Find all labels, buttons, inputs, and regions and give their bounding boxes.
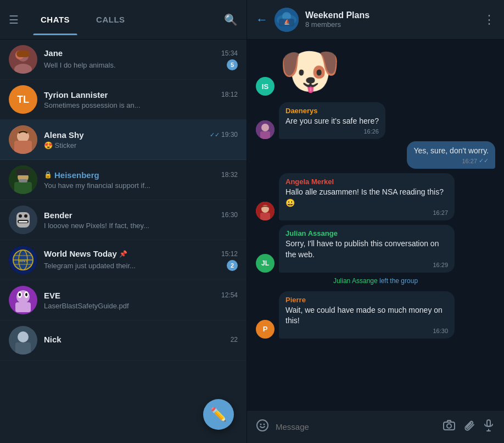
avatar-eve [9,286,37,314]
chat-item-alena[interactable]: Alena Shy ✓✓ 19:30 😍 Sticker [0,120,247,160]
chat-preview-row-eve: LaserBlastSafetyGuide.pdf [44,302,238,310]
chat-name-row-eve: EVE 12:54 [44,291,238,300]
chat-preview-heisenberg: You have my financial support if... [44,181,150,190]
badge-worldnews: 2 [227,260,238,271]
chat-item-tyrion[interactable]: TL Tyrion Lannister 18:12 Sometimes poss… [0,80,247,120]
group-name: Weekend Plans [305,10,477,20]
message-text-pierre: Wait, we could have made so much money o… [285,305,448,326]
message-text-angela: Hallo alle zusammen! Is the NSA reading … [285,187,448,208]
chat-name-bender: Bender [44,211,72,220]
chat-name-jane: Jane [44,48,63,58]
message-sender-angela: Angela Merkel [285,178,448,186]
svg-rect-4 [16,51,30,57]
avatar-is: IS [256,77,275,96]
avatar-tyrion: TL [9,85,37,114]
chat-time-worldnews: 15:12 [221,250,238,258]
tab-calls[interactable]: CALLS [83,10,138,29]
compose-fab-button[interactable]: ✏️ [203,399,234,430]
avatar-julian: JL [256,254,275,273]
system-message-highlight: Julian Assange [333,277,378,285]
message-meta-angela: 16:27 [285,209,448,216]
svg-rect-36 [15,342,31,355]
left-header: ☰ CHATS CALLS 🔍 [0,0,247,40]
svg-rect-45 [260,131,270,139]
compose-icon: ✏️ [210,407,227,422]
chat-item-worldnews[interactable]: WNT World News Today 📌 15:12 Telegram ju… [0,240,247,280]
message-input[interactable] [276,422,436,431]
emoji-button[interactable] [256,419,269,435]
chat-item-eve[interactable]: EVE 12:54 LaserBlastSafetyGuide.pdf [0,280,247,320]
message-text-julian: Sorry, I'll have to publish this convers… [285,239,448,260]
right-header: ← ⛵ Weekend Plans 8 members ⋮ [247,0,504,40]
message-meta-pierre: 16:30 [285,328,448,334]
message-sender-daenerys: Daenerys [285,107,379,115]
chat-info-bender: Bender 16:30 I looove new Pixels! If fac… [44,211,238,230]
chat-info-eve: EVE 12:54 LaserBlastSafetyGuide.pdf [44,291,238,310]
message-row-julian: JL Julian Assange Sorry, I'll have to pu… [256,225,495,272]
chat-item-heisenberg[interactable]: 🔒 Heisenberg 18:32 You have my financial… [0,160,247,200]
search-icon[interactable]: 🔍 [224,13,238,26]
chat-name-tyrion: Tyrion Lannister [44,90,108,99]
chat-preview-row-worldnews: Telegram just updated their... 2 [44,260,238,271]
sticker-bubble: 🐶 [279,46,340,96]
message-text-daenerys: Are you sure it's safe here? [285,116,379,127]
chat-preview-jane: Well I do help animals. [44,61,116,69]
left-panel-container: ☰ CHATS CALLS 🔍 [0,0,247,443]
camera-button[interactable] [443,419,456,435]
svg-point-31 [19,293,21,296]
chat-info-jane: Jane 15:34 Well I do help animals. 5 [44,48,238,70]
chat-item-bender[interactable]: Bender 16:30 I looove new Pixels! If fac… [0,200,247,240]
svg-text:WNT: WNT [18,258,28,263]
message-bubble-angela: Angela Merkel Hallo alle zusammen! Is th… [279,173,455,220]
chat-time-jane: 15:34 [221,49,238,57]
mic-button[interactable] [482,419,495,435]
chat-name-heisenberg: 🔒 Heisenberg [44,170,99,180]
avatar-heisenberg [9,165,37,194]
message-row-outgoing: Yes, sure, don't worry. 16:27 ✓✓ [256,141,495,169]
chat-name-eve: EVE [44,291,60,300]
svg-point-11 [16,169,30,173]
svg-point-32 [25,293,27,296]
message-sender-julian: Julian Assange [285,229,448,237]
message-row-sticker: IS 🐶 [256,46,495,96]
chat-time-bender: 16:30 [221,211,238,219]
message-bubble-outgoing: Yes, sure, don't worry. 16:27 ✓✓ [407,141,495,169]
chat-preview-row-jane: Well I do help animals. 5 [44,59,238,70]
system-message: Julian Assange left the group [256,275,495,287]
avatar-daenerys [256,120,275,139]
avatar-pierre: P [256,320,275,339]
hamburger-icon[interactable]: ☰ [9,13,19,26]
avatar-angela [256,202,275,220]
chat-item-nick[interactable]: Nick 22 [0,320,247,361]
chat-preview-worldnews: Telegram just updated their... [44,262,136,270]
svg-point-53 [447,424,451,428]
chat-name-row-alena: Alena Shy ✓✓ 19:30 [44,130,238,140]
message-time-pierre: 16:30 [433,328,448,334]
message-row-pierre: P Pierre Wait, we could have made so muc… [256,291,495,339]
svg-rect-17 [24,214,27,218]
chat-item-jane[interactable]: Jane 15:34 Well I do help animals. 5 [0,40,247,80]
chat-time-tyrion: 18:12 [221,91,238,98]
chat-preview-eve: LaserBlastSafetyGuide.pdf [44,302,129,310]
back-button[interactable]: ← [256,13,268,27]
chat-time-eve: 12:54 [221,291,238,299]
chat-preview-tyrion: Sometimes possession is an... [44,101,141,109]
chat-info-alena: Alena Shy ✓✓ 19:30 😍 Sticker [44,130,238,149]
tab-chats[interactable]: CHATS [27,10,83,29]
tabs-container: CHATS CALLS [27,10,224,29]
svg-rect-33 [15,302,31,312]
svg-point-35 [18,331,29,342]
left-panel: ☰ CHATS CALLS 🔍 [0,0,247,443]
svg-rect-19 [19,221,27,223]
attach-button[interactable] [462,419,475,435]
message-time-daenerys: 16:26 [363,128,379,135]
svg-rect-48 [260,213,270,220]
chat-preview-row-heisenberg: You have my financial support if... [44,181,238,190]
group-members-count: 8 members [305,20,477,29]
group-avatar: ⛵ [275,8,299,32]
message-time-angela: 16:27 [433,209,448,216]
more-options-button[interactable]: ⋮ [483,13,495,27]
chat-name-alena: Alena Shy [44,130,84,140]
chat-name-nick: Nick [44,335,61,344]
badge-jane: 5 [227,59,238,70]
